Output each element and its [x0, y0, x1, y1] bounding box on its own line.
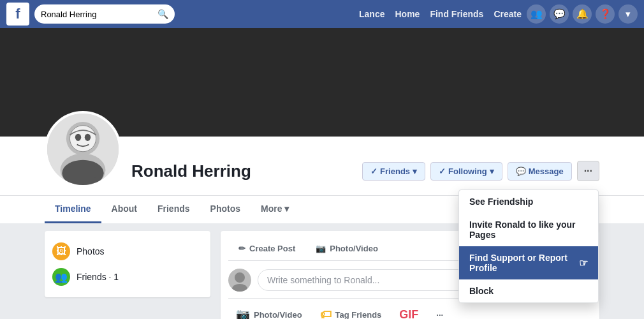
more-dots-button[interactable]: ··· See Friendship Invite Ronald to like…: [577, 161, 599, 181]
chevron-down-icon-btn[interactable]: ▾: [618, 4, 638, 24]
post-action-photo[interactable]: 📷 Photo/Video: [228, 304, 310, 319]
gif-icon: GIF: [399, 308, 418, 320]
dropdown-item-invite-pages[interactable]: Invite Ronald to like your Pages: [459, 213, 598, 246]
dropdown-item-find-support[interactable]: Find Support or Report Profile ☞: [459, 246, 598, 279]
post-tab-create[interactable]: ✏ Create Post: [228, 239, 305, 260]
nav-link-create[interactable]: Create: [494, 9, 522, 19]
left-sidebar: 🖼 Photos 👥 Friends · 1: [45, 231, 210, 319]
nav-item-timeline[interactable]: Timeline: [45, 196, 101, 223]
checkmark-icon: ✓: [370, 167, 377, 176]
svg-point-5: [85, 134, 91, 141]
tag-friends-icon: 🏷: [320, 308, 332, 320]
nav-item-photos[interactable]: Photos: [200, 196, 251, 223]
nav-item-more[interactable]: More ▾: [251, 196, 299, 223]
checkmark-icon: ✓: [439, 167, 446, 176]
message-button[interactable]: 💬 Message: [508, 162, 572, 181]
dropdown-menu: See Friendship Invite Ronald to like you…: [458, 189, 599, 303]
post-user-avatar: [228, 269, 251, 292]
photo-video-icon: 📷: [236, 308, 250, 319]
nav-item-friends[interactable]: Friends: [147, 196, 200, 223]
sidebar-item-friends[interactable]: 👥 Friends · 1: [52, 264, 203, 290]
svg-point-3: [70, 126, 96, 152]
photos-icon: 🖼: [52, 242, 70, 260]
following-button[interactable]: ✓ Following ▾: [430, 162, 502, 181]
profile-name: Ronald Herring: [131, 161, 362, 181]
dropdown-item-block[interactable]: Block: [459, 279, 598, 302]
messenger-icon-btn[interactable]: 💬: [550, 4, 569, 24]
friends-button[interactable]: ✓ Friends ▾: [362, 162, 425, 181]
chevron-down-icon: ▾: [413, 167, 417, 176]
post-tab-photo[interactable]: 📷 Photo/Video: [305, 239, 388, 260]
search-input[interactable]: [41, 10, 154, 19]
friends-icon: 👥: [52, 268, 70, 286]
camera-icon: 📷: [316, 244, 326, 253]
nav-link-home[interactable]: Home: [395, 9, 420, 19]
chevron-down-icon: ▾: [284, 204, 289, 214]
post-action-gif[interactable]: GIF: [392, 304, 426, 319]
profile-actions: ✓ Friends ▾ ✓ Following ▾ 💬 Message ··· …: [362, 161, 599, 188]
nav-link-lance[interactable]: Lance: [359, 9, 384, 19]
question-icon-btn[interactable]: ❓: [596, 4, 615, 24]
nav-link-find-friends[interactable]: Find Friends: [430, 9, 483, 19]
post-action-more[interactable]: ···: [428, 304, 451, 319]
sidebar-item-photos[interactable]: 🖼 Photos: [52, 239, 203, 264]
nav-item-about[interactable]: About: [101, 196, 147, 223]
bell-icon-btn[interactable]: 🔔: [573, 4, 592, 24]
chevron-down-icon: ▾: [490, 167, 494, 176]
pencil-icon: ✏: [238, 244, 245, 253]
profile-row: Ronald Herring ✓ Friends ▾ ✓ Following ▾…: [0, 137, 644, 195]
message-icon: 💬: [516, 167, 526, 176]
facebook-logo: f: [6, 3, 29, 26]
sidebar-card: 🖼 Photos 👥 Friends · 1: [45, 231, 210, 297]
more-actions-icon: ···: [436, 310, 443, 320]
top-navigation: f 🔍 Lance Home Find Friends Create 👥 💬 🔔…: [0, 0, 644, 28]
svg-point-4: [75, 134, 81, 141]
dropdown-item-see-friendship[interactable]: See Friendship: [459, 190, 598, 213]
svg-rect-7: [68, 166, 98, 178]
search-icon: 🔍: [157, 9, 168, 19]
profile-section: Ronald Herring ✓ Friends ▾ ✓ Following ▾…: [0, 137, 644, 223]
nav-icons: 👥 💬 🔔 ❓ ▾: [527, 4, 638, 24]
search-bar[interactable]: 🔍: [34, 4, 175, 24]
cursor-icon: ☞: [579, 257, 588, 269]
people-icon-btn[interactable]: 👥: [527, 4, 546, 24]
profile-avatar: [45, 111, 121, 188]
post-action-tag[interactable]: 🏷 Tag Friends: [312, 304, 390, 319]
nav-links: Lance Home Find Friends Create: [359, 9, 522, 19]
profile-name-area: Ronald Herring: [131, 161, 362, 188]
svg-point-9: [235, 272, 245, 283]
